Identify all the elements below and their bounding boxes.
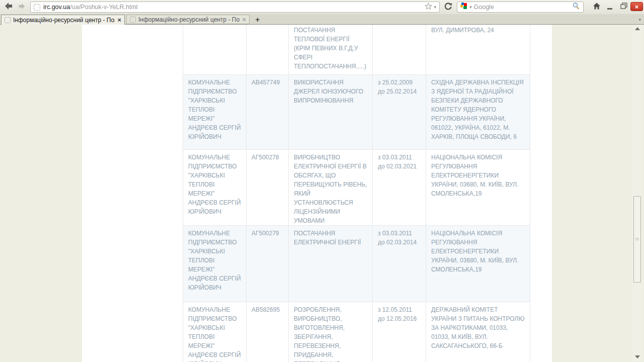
home-button[interactable] [592, 3, 602, 12]
page-content: ПОСТАЧАННЯ ТЕПЛОВОЇ ЕНЕРГІЇ (КРІМ ПЕВНИХ… [0, 25, 644, 362]
search-engine-dropdown-icon[interactable]: ▾ [469, 5, 472, 10]
cell-license-number [247, 25, 289, 74]
cell-period: з 03.03.2011 до 02.03.2014 [373, 225, 426, 302]
search-box[interactable]: ▾ [457, 2, 584, 13]
table-row: КОМУНАЛЬНЕ ПІДПРИЄМСТВО "ХАРКІВСЬКІ ТЕПЛ… [183, 149, 530, 225]
back-button[interactable] [3, 2, 15, 12]
scrollbar-thumb[interactable] [633, 196, 641, 283]
period-from: з 03.03.2011 [378, 153, 421, 162]
cell-activity: ПОСТАЧАННЯ ЕЛЕКТРИЧНОЇ ЕНЕРГІЇ [289, 225, 373, 302]
reload-button[interactable] [442, 2, 454, 12]
reload-icon [444, 2, 452, 13]
period-from: з 12.05.2011 [378, 305, 421, 314]
cell-license-number: АГ500279 [247, 225, 289, 302]
period-to: до 12.05.2016 [378, 314, 421, 323]
tab-bar: Інформаційно-ресурсний центр - Пошу... ×… [0, 14, 644, 25]
cell-activity: РОЗРОБЛЕННЯ, ВИРОБНИЦТВО, ВИГОТОВЛЕННЯ, … [289, 302, 373, 362]
cell-company: КОМУНАЛЬНЕ ПІДПРИЄМСТВО "ХАРКІВСЬКІ ТЕПЛ… [183, 149, 247, 225]
cell-authority: НАЦІОНАЛЬНА КОМІСІЯ РЕГУЛЮВАННЯ ЕЛЕКТРОЕ… [426, 225, 530, 302]
tab-title: Інформаційно-ресурсний центр - Пошу... [13, 17, 115, 24]
table-row: КОМУНАЛЬНЕ ПІДПРИЄМСТВО "ХАРКІВСЬКІ ТЕПЛ… [183, 74, 530, 149]
tab-2[interactable]: Інформаційно-ресурсний центр - Пошу... × [126, 15, 250, 24]
tab-close-icon[interactable]: × [117, 17, 121, 23]
favicon-placeholder [34, 4, 40, 11]
cell-authority: СХІДНА ДЕРЖАВНА ІНСПЕКЦІЯ З ЯДЕРНОЇ ТА Р… [426, 74, 530, 149]
back-icon [5, 2, 14, 12]
forward-button[interactable] [16, 3, 26, 11]
cell-period: з 03.03.2011 до 02.03.2021 [373, 149, 426, 225]
browser-window: irc.gov.ua/ua/Poshuk-v-YeLR.html ▾ ▾ × [0, 0, 644, 362]
restore-button[interactable] [619, 3, 629, 11]
tab-favicon-placeholder [130, 17, 136, 23]
cell-period: з 12.05.2011 до 12.05.2016 [373, 302, 426, 362]
cell-authority: НАЦІОНАЛЬНА КОМІСІЯ РЕГУЛЮВАННЯ ЕЛЕКТРОЕ… [426, 149, 530, 225]
period-to: до 02.03.2021 [378, 162, 421, 171]
cell-authority: ВУЛ. ДИМИТРОВА, 24 [426, 25, 530, 74]
forward-icon [18, 3, 25, 12]
bookmark-dropdown-icon[interactable]: ▾ [434, 5, 436, 10]
search-magnifier-icon[interactable] [572, 2, 580, 12]
scroll-down-icon[interactable] [635, 355, 640, 358]
close-window-button[interactable]: × [630, 2, 643, 11]
tab-title: Інформаційно-ресурсний центр - Пошу... [138, 16, 239, 23]
home-icon [592, 2, 601, 12]
bookmark-star-icon[interactable] [425, 3, 432, 12]
cell-company: КОМУНАЛЬНЕ ПІДПРИЄМСТВО "ХАРКІВСЬКІ ТЕПЛ… [183, 74, 247, 149]
license-results-table: ПОСТАЧАННЯ ТЕПЛОВОЇ ЕНЕРГІЇ (КРІМ ПЕВНИХ… [183, 25, 530, 362]
cell-period [373, 25, 426, 74]
scroll-up-icon[interactable] [635, 27, 640, 30]
url-text[interactable]: irc.gov.ua/ua/Poshuk-v-YeLR.html [43, 4, 422, 11]
table-row: КОМУНАЛЬНЕ ПІДПРИЄМСТВО "ХАРКІВСЬКІ ТЕПЛ… [183, 302, 530, 362]
tab-1[interactable]: Інформаційно-ресурсний центр - Пошу... × [1, 15, 125, 25]
minimize-icon [607, 8, 612, 10]
period-to: до 25.02.2014 [378, 87, 421, 96]
url-host: irc.gov.ua [43, 4, 70, 11]
table-row: ПОСТАЧАННЯ ТЕПЛОВОЇ ЕНЕРГІЇ (КРІМ ПЕВНИХ… [183, 25, 530, 74]
tab-favicon-placeholder [5, 17, 11, 23]
period-from: з 25.02.2009 [378, 78, 421, 87]
new-tab-button[interactable]: + [251, 15, 264, 24]
google-logo-icon [460, 3, 467, 12]
period-from: з 03.03.2011 [378, 229, 421, 238]
cell-period: з 25.02.2009 до 25.02.2014 [373, 74, 426, 149]
cell-activity: ПОСТАЧАННЯ ТЕПЛОВОЇ ЕНЕРГІЇ (КРІМ ПЕВНИХ… [289, 25, 373, 74]
cell-license-number: АВ582695 [247, 302, 289, 362]
cell-activity: ВИКОРИСТАННЯ ДЖЕРЕЛ ІОНІЗУЮЧОГО ВИПРОМІН… [289, 74, 373, 149]
tab-close-icon[interactable]: × [242, 16, 246, 23]
cell-authority: ДЕРЖАВНИЙ КОМІТЕТ УКРАЇНИ З ПИТАНЬ КОНТР… [426, 302, 530, 362]
vertical-scrollbar[interactable] [632, 25, 642, 362]
navigation-toolbar: irc.gov.ua/ua/Poshuk-v-YeLR.html ▾ ▾ × [0, 0, 644, 14]
cell-company: КОМУНАЛЬНЕ ПІДПРИЄМСТВО "ХАРКІВСЬКІ ТЕПЛ… [183, 225, 247, 302]
cell-activity: ВИРОБНИЦТВО ЕЛЕКТРИЧНОЇ ЕНЕРГІЇ В ОБСЯГА… [289, 149, 373, 225]
cell-company [183, 25, 247, 74]
period-to: до 02.03.2014 [378, 238, 421, 247]
restore-icon [620, 2, 627, 11]
cell-license-number: АВ457749 [247, 74, 289, 149]
cell-license-number: АГ500278 [247, 149, 289, 225]
list-all-tabs-icon[interactable]: ▾ [638, 17, 641, 22]
url-path: /ua/Poshuk-v-YeLR.html [70, 4, 137, 11]
search-input[interactable] [474, 4, 570, 11]
minimize-button[interactable] [605, 4, 615, 11]
url-bar[interactable]: irc.gov.ua/ua/Poshuk-v-YeLR.html ▾ [30, 2, 440, 13]
table-row: КОМУНАЛЬНЕ ПІДПРИЄМСТВО "ХАРКІВСЬКІ ТЕПЛ… [183, 225, 530, 302]
cell-company: КОМУНАЛЬНЕ ПІДПРИЄМСТВО "ХАРКІВСЬКІ ТЕПЛ… [183, 302, 247, 362]
